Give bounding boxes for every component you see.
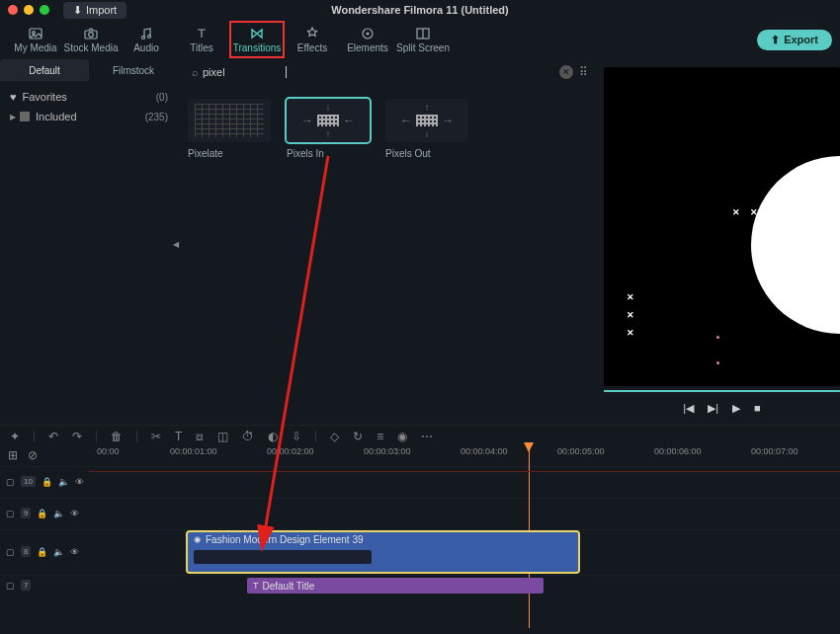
timeline-magnet-button[interactable]: ⊘ bbox=[28, 448, 38, 462]
pixels-in-preview: → ← bbox=[301, 114, 355, 127]
crop-tool[interactable]: ⧈ bbox=[196, 430, 204, 443]
ruler-tick: 00:00:03:00 bbox=[364, 446, 411, 456]
search-field[interactable] bbox=[203, 66, 282, 78]
track-header-8[interactable]: ▢ 8 🔒 🔈 👁 bbox=[0, 546, 89, 557]
settings-tool[interactable]: ≡ bbox=[377, 430, 383, 443]
speed-tool[interactable]: ⏱ bbox=[242, 430, 254, 443]
clip-fashion-element[interactable]: ✺ Fashion Modern Design Element 39 bbox=[188, 532, 578, 572]
track-body[interactable] bbox=[89, 467, 840, 496]
export-frame-tool[interactable]: ⇩ bbox=[292, 430, 301, 443]
track-body[interactable]: ✺ Fashion Modern Design Element 39 bbox=[89, 530, 840, 573]
delete-button[interactable]: 🗑 bbox=[111, 430, 123, 443]
timeline-zoom-button[interactable]: ⊞ bbox=[8, 448, 18, 462]
ruler-tick: 00:00 bbox=[97, 446, 120, 456]
mute-icon[interactable]: 🔈 bbox=[53, 509, 64, 518]
media-icon bbox=[28, 26, 43, 41]
tab-titles[interactable]: Titles bbox=[174, 21, 229, 58]
sidebar-item-count: (235) bbox=[145, 112, 168, 122]
preview-mark: ✕ bbox=[627, 328, 634, 338]
lock-icon[interactable]: 🔒 bbox=[37, 509, 47, 518]
mute-icon[interactable]: 🔈 bbox=[58, 477, 69, 487]
export-label: Export bbox=[784, 34, 818, 45]
minimize-window-icon[interactable] bbox=[24, 5, 34, 15]
maximize-window-icon[interactable] bbox=[40, 5, 49, 15]
heart-icon: ♥ bbox=[10, 91, 17, 103]
tab-audio[interactable]: Audio bbox=[119, 21, 174, 58]
tab-split-screen[interactable]: Split Screen bbox=[395, 21, 451, 58]
color-tool[interactable]: ◐ bbox=[268, 430, 278, 443]
preview-monitor[interactable]: ✕ ✕ ✕ ✕ ✕ ✕ ✕ ✕ ✕ bbox=[604, 67, 840, 386]
import-button[interactable]: ⬇ Import bbox=[63, 2, 126, 19]
tab-my-media[interactable]: My Media bbox=[8, 21, 63, 58]
preview-dot bbox=[716, 336, 719, 339]
track-header-9[interactable]: ▢ 9 🔒 🔈 👁 bbox=[0, 508, 89, 518]
visibility-icon[interactable]: 👁 bbox=[70, 509, 79, 518]
clip-label: Default Title bbox=[263, 581, 315, 592]
music-icon bbox=[138, 26, 154, 41]
refresh-tool[interactable]: ↻ bbox=[353, 430, 363, 443]
clear-search-button[interactable]: ✕ bbox=[559, 65, 573, 79]
tab-transitions[interactable]: Transitions bbox=[229, 21, 285, 58]
subtab-filmstock[interactable]: Filmstock bbox=[89, 59, 178, 81]
collapse-panel-button[interactable]: ◀ bbox=[173, 240, 179, 249]
sidebar-item-favorites[interactable]: ♥ Favorites (0) bbox=[0, 87, 178, 107]
track-body[interactable]: T Default Title bbox=[89, 576, 840, 594]
search-input[interactable]: ⌕ bbox=[188, 64, 291, 80]
sidebar-item-included[interactable]: ▶ Included (235) bbox=[0, 107, 178, 126]
preview-shape bbox=[751, 156, 840, 334]
track-header-10[interactable]: ▢ 10 🔒 🔈 👁 bbox=[0, 476, 89, 487]
track-body[interactable] bbox=[89, 499, 840, 527]
title-icon: T bbox=[253, 581, 259, 591]
lock-icon[interactable]: 🔒 bbox=[42, 477, 52, 487]
tab-elements[interactable]: Elements bbox=[340, 21, 395, 58]
thumb-label: Pixels Out bbox=[385, 148, 468, 159]
close-window-icon[interactable] bbox=[8, 5, 18, 15]
record-tool[interactable]: ◉ bbox=[397, 430, 407, 443]
prev-frame-button[interactable]: |◀ bbox=[683, 402, 694, 415]
preview-mark: ✕ bbox=[768, 207, 776, 217]
upload-icon: ⬆ bbox=[771, 34, 780, 46]
svg-point-1 bbox=[33, 32, 36, 35]
download-icon: ⬇ bbox=[73, 4, 82, 17]
stop-button[interactable]: ■ bbox=[754, 402, 761, 415]
sidebar-item-count: (0) bbox=[156, 92, 168, 103]
transition-item-pixels-out[interactable]: ← → ↑ ↓ Pixels Out bbox=[385, 99, 468, 159]
transition-item-pixels-in[interactable]: → ← ↓ ↑ Pixels In bbox=[287, 99, 370, 159]
track-number: 10 bbox=[21, 476, 36, 487]
misc-tool[interactable]: ⋯ bbox=[421, 430, 433, 443]
split-button[interactable]: ✂ bbox=[151, 430, 161, 443]
effect-icon: ✺ bbox=[194, 535, 202, 545]
timeline-ruler[interactable]: 00:00 00:00:01:00 00:00:02:00 00:00:03:0… bbox=[89, 446, 840, 464]
mute-icon[interactable]: 🔈 bbox=[53, 547, 64, 557]
tab-stock-media[interactable]: Stock Media bbox=[63, 21, 119, 58]
sidebar-item-label: Included bbox=[36, 111, 77, 122]
export-button[interactable]: ⬆ Export bbox=[757, 30, 832, 50]
keyframe-tool[interactable]: ◇ bbox=[330, 430, 339, 443]
tab-effects[interactable]: Effects bbox=[285, 21, 340, 58]
clip-default-title[interactable]: T Default Title bbox=[247, 578, 544, 594]
crop2-tool[interactable]: ◫ bbox=[217, 430, 228, 443]
marker-tool[interactable]: ✦ bbox=[10, 430, 20, 443]
timeline-toolbar: ✦ ↶ ↷ 🗑 ✂ T ⧈ ◫ ⏱ ◐ ⇩ ◇ ↻ ≡ ◉ ⋯ bbox=[0, 425, 840, 446]
view-grid-button[interactable]: ⠿ bbox=[579, 65, 588, 79]
video-track-icon: ▢ bbox=[6, 477, 15, 487]
track-header-7[interactable]: ▢ 7 bbox=[0, 580, 89, 591]
play-button[interactable]: ▶ bbox=[732, 402, 740, 415]
preview-mark: ✕ bbox=[732, 207, 740, 217]
undo-button[interactable]: ↶ bbox=[48, 430, 58, 443]
subtab-default[interactable]: Default bbox=[0, 59, 89, 81]
track-number: 7 bbox=[21, 580, 31, 591]
chevron-right-icon: ▶ bbox=[10, 113, 16, 121]
pixelate-preview bbox=[195, 104, 264, 137]
ruler-tick: 00:00:01:00 bbox=[170, 446, 217, 456]
text-tool[interactable]: T bbox=[175, 430, 182, 443]
svg-point-5 bbox=[148, 36, 151, 39]
redo-button[interactable]: ↷ bbox=[72, 430, 82, 443]
visibility-icon[interactable]: 👁 bbox=[70, 547, 79, 557]
play-back-button[interactable]: ▶| bbox=[708, 402, 718, 415]
lock-icon[interactable]: 🔒 bbox=[37, 547, 47, 557]
transition-item-pixelate[interactable]: Pixelate bbox=[188, 99, 271, 159]
svg-point-7 bbox=[367, 33, 369, 35]
visibility-icon[interactable]: 👁 bbox=[75, 477, 84, 487]
window-controls[interactable] bbox=[8, 5, 49, 15]
